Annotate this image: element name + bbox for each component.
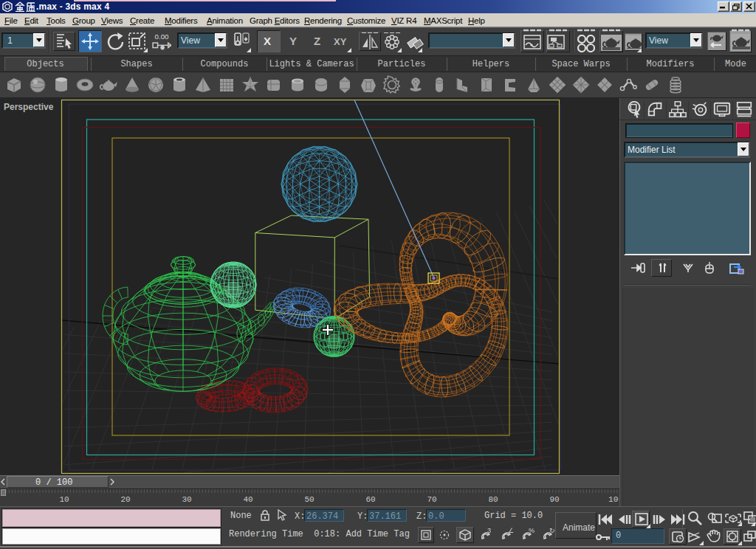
- svg-text:0.00: 0.00: [155, 32, 170, 41]
